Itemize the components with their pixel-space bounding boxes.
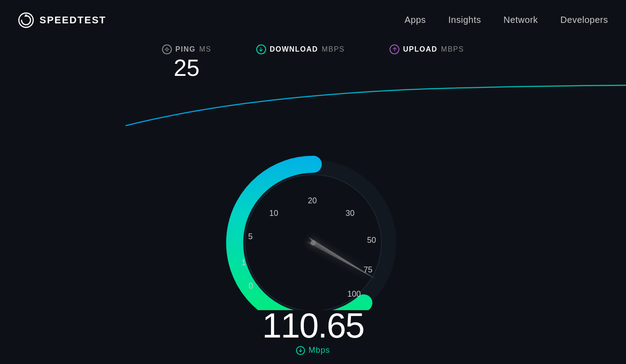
nav-network[interactable]: Network	[503, 15, 538, 25]
speed-unit-label: Mbps	[308, 346, 330, 355]
ping-label: PING ms	[162, 44, 211, 54]
ping-value: 25	[174, 56, 200, 79]
download-stat: DOWNLOAD Mbps	[256, 44, 345, 54]
nav-developers[interactable]: Developers	[560, 15, 608, 25]
download-label: DOWNLOAD Mbps	[256, 44, 345, 54]
tick-1: 1	[241, 258, 246, 267]
stats-row: PING ms 25 DOWNLOAD Mbps UPLOAD Mbps	[0, 44, 626, 79]
logo-text: SPEEDTEST	[39, 14, 106, 26]
upload-stat: UPLOAD Mbps	[390, 44, 464, 54]
ping-icon	[162, 44, 172, 54]
tick-10: 10	[269, 209, 278, 218]
logo-icon	[18, 12, 34, 28]
ping-stat: PING ms 25	[162, 44, 211, 79]
nav-insights[interactable]: Insights	[448, 15, 481, 25]
upload-icon	[390, 44, 399, 54]
gauge-container: 0 1 5 10 20 30 50 75 100 110.65	[201, 131, 425, 364]
logo-area: SPEEDTEST	[18, 12, 106, 28]
upload-label: UPLOAD Mbps	[390, 44, 464, 54]
tick-0: 0	[249, 281, 253, 290]
speed-unit-row: Mbps	[262, 346, 364, 355]
speed-download-icon	[296, 346, 305, 355]
speed-display: 110.65 Mbps	[262, 308, 364, 355]
download-icon	[256, 44, 266, 54]
tick-5: 5	[248, 232, 253, 241]
speed-value: 110.65	[262, 308, 364, 343]
main-nav: Apps Insights Network Developers	[404, 15, 608, 25]
tick-100: 100	[347, 289, 361, 298]
tick-30: 30	[346, 209, 355, 218]
header: SPEEDTEST Apps Insights Network Develope…	[0, 0, 626, 40]
tick-50: 50	[367, 236, 376, 245]
tick-20: 20	[308, 196, 317, 205]
nav-apps[interactable]: Apps	[404, 15, 426, 25]
gauge-svg: 0 1 5 10 20 30 50 75 100	[201, 131, 425, 310]
svg-marker-1	[24, 14, 28, 17]
